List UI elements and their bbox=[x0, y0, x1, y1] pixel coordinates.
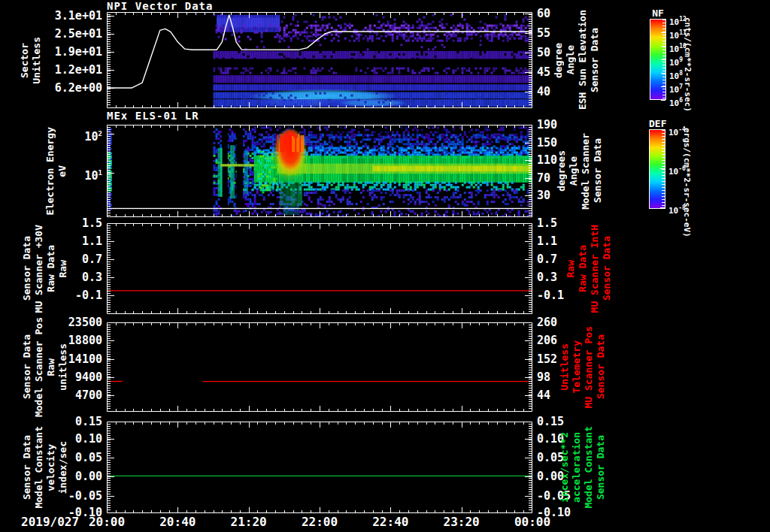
colorbar-major-tick bbox=[661, 19, 665, 20]
panel1-left-tick: 1.9e+01 bbox=[44, 46, 102, 58]
panel4-right-axis-label: Sensor DataMU Scanner PosTelemetryUnitle… bbox=[559, 322, 606, 412]
panel1-title: NPI Vector Data bbox=[107, 0, 213, 12]
axis-label-line: Sensor Data bbox=[21, 435, 33, 500]
x-axis-tick-label: 20:40 bbox=[146, 515, 209, 529]
tplot-figure: NPI Vector Data MEx ELS-01 LR 3.1e+012.5… bbox=[0, 0, 770, 532]
axis-label-line: MU Scanner Pos bbox=[583, 326, 595, 409]
axis-label-line: index/sec bbox=[57, 441, 69, 494]
axis-label-line: Angle bbox=[565, 45, 577, 74]
colorbar-major-tick bbox=[660, 129, 665, 130]
axis-label-line: Angle bbox=[568, 156, 580, 186]
axis-label-line: velocity bbox=[45, 444, 57, 491]
colorbar-NF-tick: 106 bbox=[669, 96, 683, 107]
x-axis-tick-label: 00:00 bbox=[501, 515, 564, 529]
panel2-right-axis-label: Sensor DataModel ScannerAngledegrees bbox=[556, 125, 603, 217]
axis-label-line: Sensor Data bbox=[601, 236, 613, 301]
x-axis-tick-label: 22:00 bbox=[288, 515, 351, 529]
colorbar-NF-tick: 109 bbox=[669, 56, 683, 67]
axis-label-line: ESH Sun Elevation bbox=[577, 10, 589, 110]
axis-label-line: MU Scanner +30V bbox=[33, 225, 45, 313]
x-axis-tick-label: 23:20 bbox=[430, 515, 493, 529]
panel2-title: MEx ELS-01 LR bbox=[107, 110, 199, 122]
panel4-canvas bbox=[107, 322, 532, 412]
panel1-left-tick: 1.2e+01 bbox=[44, 64, 102, 76]
panel5-canvas bbox=[107, 422, 532, 513]
axis-label-line: Sensor Data bbox=[21, 334, 33, 399]
axis-label-line: acceleration bbox=[571, 432, 583, 503]
panel1-right-axis-label: Sensor DataESH Sun ElevationAngledegree bbox=[553, 12, 600, 108]
panel5-right-axis-label: Sensor DataModel Constantaccelerationinc… bbox=[559, 422, 606, 513]
colorbar-DEF bbox=[649, 129, 665, 209]
axis-label-line: Raw bbox=[565, 260, 577, 277]
colorbar-DEF-label: DEF bbox=[649, 118, 665, 129]
axis-label-line: Raw Data bbox=[45, 245, 57, 292]
x-axis-tick-label: 21:20 bbox=[217, 515, 280, 529]
axis-label-line: Model Scanner Pos bbox=[33, 317, 45, 417]
colorbar-major-tick bbox=[660, 207, 665, 208]
axis-label-line: Sector bbox=[19, 43, 31, 78]
colorbar-major-tick bbox=[661, 46, 665, 47]
axis-label-line: Model Constant bbox=[33, 426, 45, 509]
colorbar-NF-tick: 107 bbox=[669, 83, 683, 94]
colorbar-NF-label: NF bbox=[650, 8, 666, 19]
x-axis-date-label: 2019/027 bbox=[21, 515, 79, 529]
panel1-canvas bbox=[107, 12, 532, 108]
axis-label-line: Unitless bbox=[559, 343, 571, 391]
panel1-left-tick: 2.5e+01 bbox=[44, 28, 102, 40]
axis-label-line: Raw Data bbox=[577, 245, 589, 292]
colorbar-tick-comb bbox=[662, 130, 665, 208]
axis-label-line: Model Constant bbox=[583, 426, 595, 509]
axis-label-line: Sensor Data bbox=[21, 236, 33, 301]
axis-label-line: Sensor Data bbox=[589, 28, 601, 92]
panel4-left-axis-label: Sensor DataModel Scanner PosRawunitless bbox=[21, 322, 69, 412]
axis-label-line: Raw bbox=[57, 260, 69, 277]
colorbar-major-tick bbox=[661, 86, 665, 87]
axis-label-line: Raw bbox=[45, 358, 57, 376]
panel1-left-axis-label: SectorUnitless bbox=[18, 12, 44, 108]
axis-label-line: degree bbox=[553, 43, 565, 78]
panel1-left-tick: 3.1e+01 bbox=[44, 10, 102, 22]
colorbar-major-tick bbox=[661, 32, 665, 33]
panel3-canvas bbox=[107, 223, 532, 314]
panel1-left-tick: 6.2e+00 bbox=[44, 82, 102, 94]
axis-label-line: Sensor Data bbox=[592, 138, 604, 203]
axis-label-line: Model Scanner bbox=[580, 133, 592, 210]
colorbar-major-tick bbox=[660, 168, 665, 169]
panel3-left-axis-label: Sensor DataMU Scanner +30VRaw DataRaw bbox=[21, 223, 69, 314]
panel2-left-axis-label: Electron EnergyeV bbox=[44, 125, 69, 217]
axis-label-line: Telemetry bbox=[571, 340, 583, 393]
axis-label-line: eV bbox=[56, 165, 68, 177]
colorbar-NF-unit: cnts/(cm**2-sr-sec) bbox=[683, 17, 693, 109]
colorbar-DEF-unit: ergs/(cm**2-sr-sec-eV) bbox=[682, 128, 692, 218]
x-axis-tick-label: 22:40 bbox=[359, 515, 422, 529]
panel2-canvas bbox=[107, 125, 532, 217]
axis-label-line: MU Scanner IntH bbox=[589, 225, 601, 313]
axis-label-line: unitless bbox=[57, 343, 69, 391]
colorbar-major-tick bbox=[661, 59, 665, 60]
colorbar-major-tick bbox=[661, 100, 665, 101]
x-axis-tick-label: 20:00 bbox=[75, 515, 138, 529]
axis-label-line: incex/sec**2 bbox=[559, 432, 571, 503]
axis-label-line: Sensor Data bbox=[595, 334, 607, 399]
panel3-right-axis-label: Sensor DataMU Scanner IntHRaw DataRaw bbox=[565, 223, 612, 314]
axis-label-line: Electron Energy bbox=[44, 127, 56, 215]
panel5-left-axis-label: Sensor DataModel Constantvelocityindex/s… bbox=[21, 422, 69, 513]
exponent: 1 bbox=[99, 169, 102, 177]
exponent: 2 bbox=[99, 130, 102, 138]
axis-label-line: Sensor Data bbox=[595, 435, 607, 500]
colorbar-NF-tick: 108 bbox=[669, 69, 683, 80]
axis-label-line: degrees bbox=[556, 150, 568, 192]
colorbar-major-tick bbox=[661, 73, 665, 74]
axis-label-line: Unitless bbox=[31, 37, 43, 84]
